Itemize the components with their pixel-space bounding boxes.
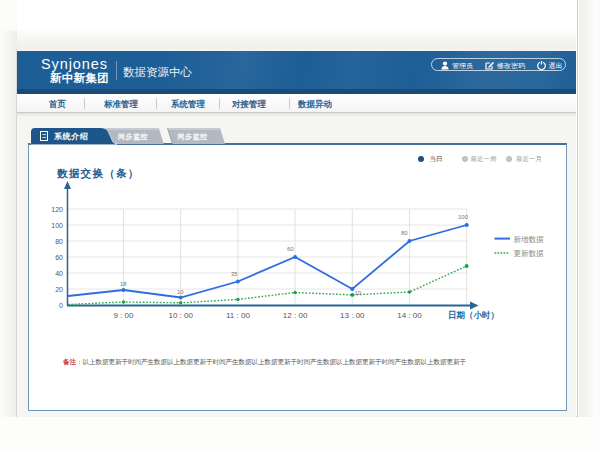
svg-text:10: 10 [177, 289, 184, 295]
svg-text:18: 18 [120, 281, 127, 287]
svg-text:80: 80 [55, 238, 63, 245]
svg-text:0: 0 [59, 302, 63, 309]
svg-text:系统介绍: 系统介绍 [53, 131, 88, 141]
svg-text:同步监控: 同步监控 [118, 133, 148, 141]
svg-text:10: 10 [355, 290, 362, 296]
svg-text:14 : 00: 14 : 00 [397, 311, 422, 320]
svg-text:35: 35 [231, 271, 238, 277]
svg-text:9 : 00: 9 : 00 [113, 311, 134, 320]
svg-text:同步监控: 同步监控 [178, 133, 208, 141]
svg-text:10 : 00: 10 : 00 [168, 311, 193, 320]
svg-text:20: 20 [55, 286, 63, 293]
svg-text:120: 120 [51, 206, 63, 213]
svg-text:80: 80 [401, 230, 408, 236]
svg-text:40: 40 [55, 270, 63, 277]
svg-text:60: 60 [287, 246, 294, 252]
svg-text:11 : 00: 11 : 00 [226, 311, 250, 320]
svg-text:100: 100 [458, 214, 469, 220]
svg-text:100: 100 [51, 222, 63, 229]
svg-text:60: 60 [55, 254, 63, 261]
svg-text:13 : 00: 13 : 00 [340, 311, 365, 320]
svg-text:12 : 00: 12 : 00 [283, 311, 308, 320]
